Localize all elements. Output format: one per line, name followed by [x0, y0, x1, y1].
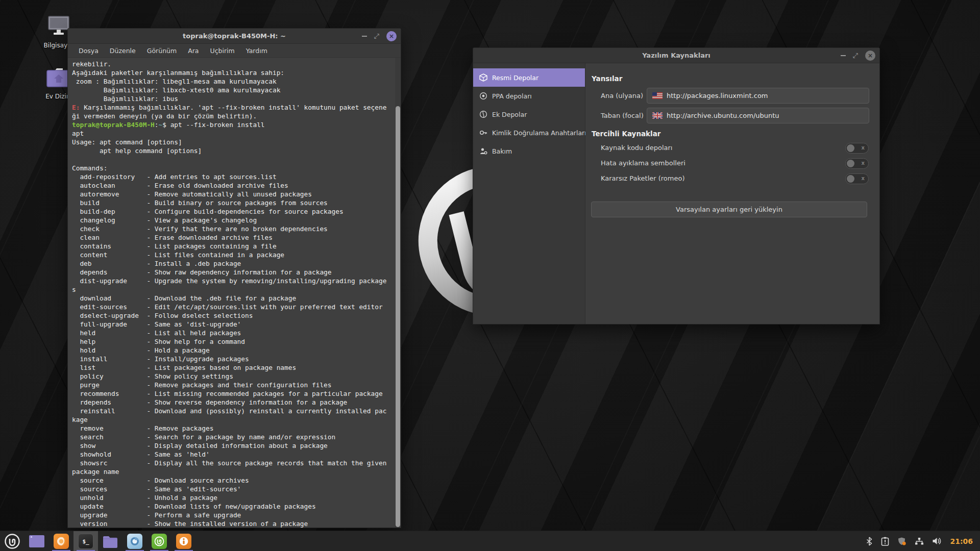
terminal-line: recommends - List missing recommended pa… — [72, 389, 400, 398]
menu-terminal[interactable]: Uçbirim — [206, 45, 239, 56]
network-icon[interactable] — [915, 537, 924, 545]
terminal-body[interactable]: rekebilir.Aşağıdaki paketler karşılanmam… — [68, 58, 401, 528]
toggle-unstable-packages[interactable]: x — [845, 173, 869, 184]
terminal-line: package name — [72, 467, 400, 476]
terminal-scrollbar[interactable] — [395, 58, 401, 528]
terminal-line: install - Install/upgrade packages — [72, 355, 400, 363]
scrollbar-thumb[interactable] — [396, 106, 400, 527]
target-icon — [479, 92, 487, 100]
terminal-line: changelog - View a package's changelog — [72, 216, 400, 224]
sources-titlebar[interactable]: Yazılım Kaynakları ⤢ × — [473, 48, 879, 63]
terminal-line: rdepends - Show reverse dependency infor… — [72, 398, 400, 407]
close-button[interactable]: × — [865, 51, 875, 61]
terminal-line: contains - List packages containing a fi… — [72, 242, 400, 251]
toggle-off-mark: x — [862, 145, 865, 151]
optional-section-header: Tercihli Kaynaklar — [592, 130, 660, 138]
show-desktop-button[interactable] — [24, 531, 49, 551]
firefox-launcher[interactable] — [49, 531, 74, 551]
maximize-button[interactable]: ⤢ — [853, 52, 858, 59]
terminal-line: reinstall - Download and (possibly) rein… — [72, 407, 400, 415]
toggle-off-mark: x — [862, 160, 865, 166]
toggle-source-code-label: Kaynak kodu depoları — [601, 143, 672, 153]
terminal-line: source - Download source archives — [72, 476, 400, 485]
toggle-unstable-packages-label: Kararsız Paketler (romeo) — [601, 173, 685, 184]
minimize-button[interactable] — [362, 36, 367, 37]
terminal-line: clean - Erase downloaded archive files — [72, 233, 400, 242]
software-manager-launcher[interactable] — [147, 531, 172, 551]
toggle-source-code[interactable]: x — [845, 143, 869, 154]
toggle-knob — [847, 175, 854, 183]
minimize-button[interactable] — [841, 55, 846, 56]
chromium-launcher[interactable] — [122, 531, 147, 551]
terminal-line: show - Display detailed information abou… — [72, 441, 400, 450]
menu-help[interactable]: Yardım — [241, 45, 272, 56]
clipboard-alert-icon[interactable] — [881, 537, 889, 546]
toggle-off-mark: x — [862, 176, 865, 181]
mirror-main-label: Ana (ulyana) — [601, 88, 643, 104]
terminal-titlebar[interactable]: toprak@toprak-B450M-H: ~ ⤢ × — [68, 29, 401, 44]
clock[interactable]: 21:06 — [950, 537, 973, 545]
chromium-icon — [127, 534, 142, 549]
sidebar-item-official-repositories[interactable]: Resmi Depolar — [473, 68, 585, 87]
sidebar-item-label: Ek Depolar — [492, 111, 527, 118]
terminal-line: unhold - Unhold a package — [72, 493, 400, 502]
mirror-main-field[interactable]: http://packages.linuxmint.com — [647, 88, 869, 104]
terminal-line: held - List all held packages — [72, 329, 400, 337]
terminal-line: add-repository - Add entries to apt sour… — [72, 172, 400, 181]
sources-title: Yazılım Kaynakları — [473, 52, 879, 59]
uk-flag-icon — [652, 112, 663, 119]
mint-menu-button[interactable] — [0, 531, 24, 551]
sidebar-item-additional-repositories[interactable]: Ek Depolar — [473, 105, 585, 123]
terminal-line: purge - Remove packages and their config… — [72, 381, 400, 389]
terminal-line: toprak@toprak-B450M-H:~$ apt --fix-broke… — [72, 120, 400, 129]
terminal-line: autoclean - Erase old downloaded archive… — [72, 181, 400, 190]
terminal-line: Bağımlılıklar: libxcb-xtest0 ama kurulma… — [72, 86, 400, 94]
globe-icon — [479, 110, 487, 118]
mirror-base-label: Taban (focal) — [601, 108, 644, 123]
package-icon — [479, 73, 487, 82]
sidebar-item-label: Bakım — [492, 147, 512, 155]
terminal-taskbar-button[interactable]: $_ — [74, 531, 98, 551]
terminal-line: kage — [72, 415, 400, 424]
terminal-line: deb - Install a .deb package — [72, 259, 400, 268]
menu-search[interactable]: Ara — [183, 45, 203, 56]
terminal-line: apt help command [options] — [72, 146, 400, 155]
menu-view[interactable]: Görünüm — [142, 45, 181, 56]
sidebar-item-label: Kimlik Doğrulama Anahtarları — [492, 129, 586, 137]
toggle-debug-symbols[interactable]: x — [845, 158, 869, 169]
sidebar-item-maintenance[interactable]: Bakım — [473, 142, 585, 160]
menu-edit[interactable]: Düzenle — [105, 45, 140, 56]
terminal-line: edit-sources - Edit /etc/apt/sources.lis… — [72, 303, 400, 311]
software-sources-window: Yazılım Kaynakları ⤢ × Resmi Depolar PPA… — [473, 47, 880, 324]
terminal-line: remove - Remove packages — [72, 424, 400, 433]
terminal-line: policy - Show policy settings — [72, 372, 400, 381]
files-launcher[interactable] — [98, 531, 122, 551]
bluetooth-icon[interactable] — [866, 537, 873, 546]
mint-menu-icon — [4, 533, 20, 549]
volume-icon[interactable] — [932, 537, 942, 545]
sidebar-item-label: Resmi Depolar — [492, 74, 538, 82]
terminal-menubar: Dosya Düzenle Görünüm Ara Uçbirim Yardım — [68, 44, 401, 58]
terminal-line — [72, 155, 400, 164]
sources-main: Yansılar Ana (ulyana) http://packages.li… — [585, 63, 879, 324]
sidebar-item-authentication-keys[interactable]: Kimlik Doğrulama Anahtarları — [473, 123, 585, 142]
restore-defaults-button[interactable]: Varsayılan ayarları geri yükleyin — [591, 202, 867, 217]
folder-icon — [103, 535, 118, 548]
sidebar-item-ppa[interactable]: PPA depoları — [473, 87, 585, 105]
terminal-line: Usage: apt command [options] — [72, 138, 400, 146]
sources-sidebar: Resmi Depolar PPA depoları Ek Depolar — [473, 63, 585, 324]
terminal-line: build - Build binary or source packages … — [72, 198, 400, 207]
update-shield-icon[interactable] — [897, 537, 906, 546]
terminal-line: s — [72, 285, 400, 294]
menu-file[interactable]: Dosya — [74, 45, 103, 56]
terminal-window: toprak@toprak-B450M-H: ~ ⤢ × Dosya Düzen… — [67, 28, 401, 528]
mirror-base-field[interactable]: http://archive.ubuntu.com/ubuntu — [647, 108, 869, 123]
firefox-icon — [54, 534, 69, 549]
terminal-line: depends - Show raw dependency informatio… — [72, 268, 400, 277]
terminal-line: Bağımlılıklar: ibus — [72, 94, 400, 103]
key-icon — [479, 129, 487, 137]
terminal-line: full-upgrade - Same as 'dist-upgrade' — [72, 320, 400, 329]
software-sources-taskbar-button[interactable] — [172, 531, 196, 551]
close-button[interactable]: × — [386, 31, 397, 41]
maximize-button[interactable]: ⤢ — [374, 33, 379, 39]
